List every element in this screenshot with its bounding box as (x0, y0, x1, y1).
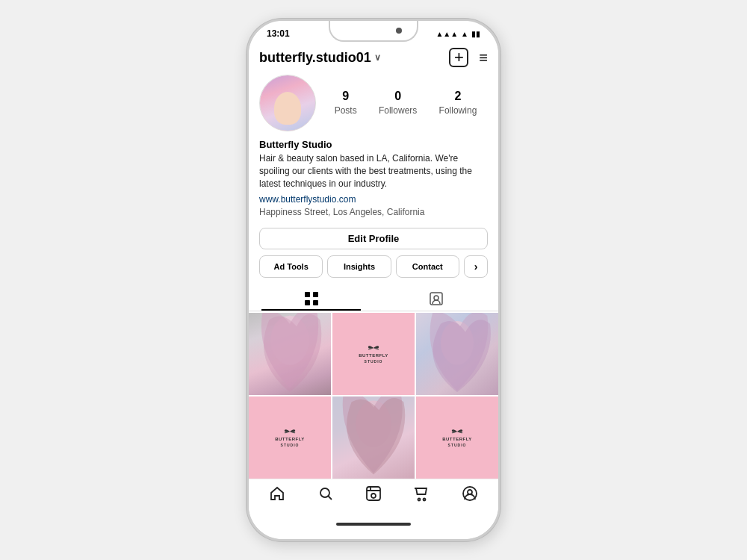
logo-tile-3: BUTTERFLY STUDIO (442, 428, 472, 447)
svg-rect-1 (313, 292, 318, 297)
shop-icon (413, 485, 430, 502)
avatar (259, 75, 316, 131)
instagram-app: butterfly.studio01 ∨ + ≡ (249, 42, 498, 532)
bio-name: Butterfly Studio (259, 139, 488, 150)
tab-grid[interactable] (249, 285, 374, 311)
edit-profile-row: Edit Profile (249, 225, 498, 255)
butterfly-logo-icon-2 (284, 428, 296, 435)
svg-rect-4 (430, 293, 442, 305)
contact-button[interactable]: Contact (396, 255, 459, 278)
grid-icon (304, 291, 319, 306)
grid-post-6[interactable]: BUTTERFLY STUDIO (416, 396, 498, 479)
grid-post-4[interactable]: BUTTERFLY STUDIO (249, 396, 331, 479)
profile-stats: 9 Posts 0 Followers 2 Following (323, 90, 488, 116)
svg-point-9 (320, 488, 329, 497)
posts-count: 9 (335, 90, 357, 103)
front-camera (396, 28, 402, 34)
grid-post-1[interactable] (249, 313, 331, 395)
ad-tools-button[interactable]: Ad Tools (259, 255, 323, 278)
svg-point-13 (418, 499, 421, 501)
reels-icon (365, 485, 382, 502)
svg-rect-2 (305, 300, 310, 305)
svg-line-10 (328, 497, 332, 500)
shop-nav-button[interactable] (413, 485, 430, 506)
svg-rect-0 (305, 292, 310, 297)
profile-header: 9 Posts 0 Followers 2 Following (249, 72, 498, 139)
phone-mockup: 13:01 ▲▲▲ ▲ ▮▮ butterfly.studio01 ∨ + (247, 19, 500, 541)
search-nav-button[interactable] (317, 485, 334, 506)
svg-point-14 (424, 499, 426, 501)
logo-tile-1: BUTTERFLY STUDIO (359, 344, 388, 364)
search-icon (317, 485, 334, 502)
status-time: 13:01 (267, 28, 290, 39)
following-label: Following (439, 105, 477, 116)
grid-post-3[interactable] (416, 313, 498, 395)
profile-icon (462, 485, 478, 502)
status-icons: ▲▲▲ ▲ ▮▮ (436, 30, 480, 38)
followers-label: Followers (379, 105, 417, 116)
phone-screen: 13:01 ▲▲▲ ▲ ▮▮ butterfly.studio01 ∨ + (249, 21, 498, 539)
svg-point-5 (434, 296, 438, 300)
phone-frame: 13:01 ▲▲▲ ▲ ▮▮ butterfly.studio01 ∨ + (247, 19, 500, 541)
reels-nav-button[interactable] (365, 485, 382, 506)
logo-tile-2: BUTTERFLY STUDIO (275, 428, 305, 447)
post-image-5 (332, 396, 415, 479)
post-image-1 (249, 313, 331, 395)
grid-post-2[interactable]: BUTTERFLY STUDIO (332, 313, 415, 395)
wifi-icon: ▲ (461, 30, 468, 38)
home-icon (269, 485, 285, 502)
hamburger-menu-button[interactable]: ≡ (479, 49, 488, 66)
bottom-nav (249, 479, 498, 517)
bio-location: Happiness Street, Los Angeles, Californi… (259, 207, 488, 217)
bio-section: Butterfly Studio Hair & beauty salon bas… (249, 139, 498, 225)
followers-count: 0 (379, 90, 417, 103)
edit-profile-button[interactable]: Edit Profile (259, 228, 488, 249)
bio-link[interactable]: www.butterflystudio.com (259, 194, 356, 205)
tab-tagged[interactable] (374, 285, 498, 311)
more-button[interactable]: › (464, 255, 488, 278)
signal-icon: ▲▲▲ (436, 30, 458, 38)
svg-point-12 (371, 494, 376, 498)
battery-icon: ▮▮ (471, 30, 480, 38)
post-image-3 (416, 313, 498, 395)
grid-post-5[interactable] (332, 396, 415, 479)
posts-label: Posts (335, 105, 357, 116)
bio-text: Hair & beauty salon based in LA, Califor… (259, 152, 488, 190)
nav-icons: + ≡ (449, 48, 488, 67)
svg-point-16 (468, 490, 472, 494)
content-tabs (249, 285, 498, 311)
username-text: butterfly.studio01 (259, 50, 371, 66)
avatar-face (274, 92, 301, 125)
home-nav-button[interactable] (269, 485, 285, 506)
posts-stat[interactable]: 9 Posts (335, 90, 357, 116)
insights-button[interactable]: Insights (327, 255, 391, 278)
home-indicator (249, 517, 498, 532)
followers-stat[interactable]: 0 Followers (379, 90, 417, 116)
home-indicator-bar (336, 523, 411, 526)
following-count: 2 (439, 90, 477, 103)
svg-rect-3 (313, 300, 318, 305)
tagged-icon (429, 291, 444, 306)
profile-nav-button[interactable] (462, 485, 478, 506)
phone-notch (329, 21, 418, 42)
posts-grid: BUTTERFLY STUDIO (249, 313, 498, 479)
following-stat[interactable]: 2 Following (439, 90, 477, 116)
butterfly-logo-icon-3 (451, 428, 463, 435)
top-nav: butterfly.studio01 ∨ + ≡ (249, 42, 498, 72)
chevron-down-icon: ∨ (374, 52, 381, 63)
butterfly-logo-icon (368, 344, 379, 352)
username-area[interactable]: butterfly.studio01 ∨ (259, 50, 381, 66)
add-post-button[interactable]: + (449, 48, 468, 67)
action-buttons-row: Ad Tools Insights Contact › (249, 255, 498, 285)
